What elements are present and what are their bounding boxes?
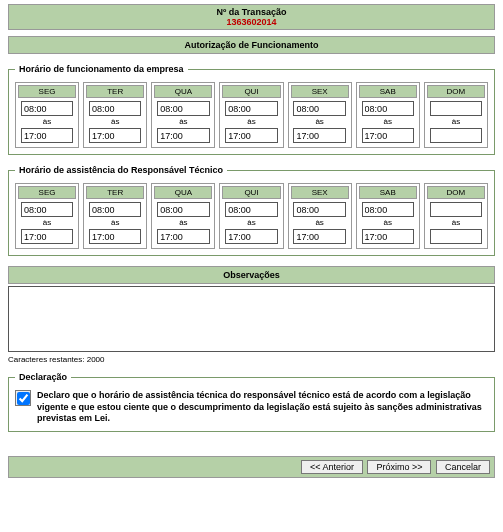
separator-label: às [18,217,76,229]
tech-qua-start[interactable] [157,202,209,217]
company-dom-end[interactable] [430,128,482,143]
declaration-legend: Declaração [15,372,71,382]
tech-sex-end[interactable] [293,229,345,244]
company-seg-start[interactable] [21,101,73,116]
day-head: TER [86,186,144,199]
section-title: Autorização de Funcionamento [8,36,495,54]
company-sab-end[interactable] [362,128,414,143]
separator-label: às [359,217,417,229]
observations-title: Observações [8,266,495,284]
declaration-text: Declaro que o horário de assistência téc… [37,390,488,425]
observations-textarea[interactable] [8,286,495,352]
company-ter-start[interactable] [89,101,141,116]
day-cell-ter: TER às [83,82,147,148]
button-bar: << Anterior Próximo >> Cancelar [8,456,495,478]
day-head: SEG [18,85,76,98]
company-dom-start[interactable] [430,101,482,116]
company-qui-start[interactable] [225,101,277,116]
day-cell-sab: SAB às [356,82,420,148]
company-qua-end[interactable] [157,128,209,143]
day-cell-qua: QUA às [151,82,215,148]
separator-label: às [291,116,349,128]
separator-label: às [18,116,76,128]
day-cell-qui: QUI às [219,183,283,249]
cancel-button[interactable]: Cancelar [436,460,490,474]
day-cell-dom: DOM às [424,82,488,148]
separator-label: às [222,217,280,229]
tech-qua-end[interactable] [157,229,209,244]
tech-dom-start[interactable] [430,202,482,217]
day-cell-qui: QUI às [219,82,283,148]
day-head: SEX [291,85,349,98]
separator-label: às [359,116,417,128]
tech-sex-start[interactable] [293,202,345,217]
separator-label: às [427,116,485,128]
declaration-fieldset: Declaração Declaro que o horário de assi… [8,372,495,432]
day-head: SAB [359,85,417,98]
declaration-checkbox[interactable] [17,392,30,405]
day-cell-seg: SEG às [15,82,79,148]
tech-seg-end[interactable] [21,229,73,244]
company-schedule-fieldset: Horário de funcionamento da empresa SEG … [8,64,495,155]
char-counter: Caracteres restantes: 2000 [8,355,495,364]
day-head: SEG [18,186,76,199]
day-head: QUI [222,186,280,199]
separator-label: às [427,217,485,229]
tech-schedule-legend: Horário de assistência do Responsável Té… [15,165,227,175]
day-head: DOM [427,85,485,98]
company-ter-end[interactable] [89,128,141,143]
day-head: QUI [222,85,280,98]
tech-schedule-row: SEG às TER às QUA às QUI às [15,183,488,249]
day-head: TER [86,85,144,98]
transaction-header: Nº da Transação 1363602014 [8,4,495,30]
day-head: QUA [154,186,212,199]
separator-label: às [222,116,280,128]
day-head: DOM [427,186,485,199]
tech-sab-start[interactable] [362,202,414,217]
separator-label: às [86,217,144,229]
day-cell-ter: TER às [83,183,147,249]
separator-label: às [291,217,349,229]
tech-ter-start[interactable] [89,202,141,217]
separator-label: às [154,116,212,128]
transaction-number: 1363602014 [9,17,494,27]
transaction-title: Nº da Transação [9,7,494,17]
tech-schedule-fieldset: Horário de assistência do Responsável Té… [8,165,495,256]
company-qui-end[interactable] [225,128,277,143]
company-schedule-row: SEG às TER às QUA às QUI às [15,82,488,148]
tech-sab-end[interactable] [362,229,414,244]
tech-dom-end[interactable] [430,229,482,244]
separator-label: às [86,116,144,128]
tech-seg-start[interactable] [21,202,73,217]
tech-qui-start[interactable] [225,202,277,217]
day-head: QUA [154,85,212,98]
day-cell-sex: SEX às [288,183,352,249]
prev-button[interactable]: << Anterior [301,460,363,474]
tech-qui-end[interactable] [225,229,277,244]
company-qua-start[interactable] [157,101,209,116]
declaration-checkbox-wrap [15,390,31,406]
company-schedule-legend: Horário de funcionamento da empresa [15,64,188,74]
company-sab-start[interactable] [362,101,414,116]
company-seg-end[interactable] [21,128,73,143]
separator-label: às [154,217,212,229]
day-cell-sab: SAB às [356,183,420,249]
company-sex-end[interactable] [293,128,345,143]
day-head: SEX [291,186,349,199]
company-sex-start[interactable] [293,101,345,116]
day-cell-seg: SEG às [15,183,79,249]
next-button[interactable]: Próximo >> [367,460,431,474]
day-head: SAB [359,186,417,199]
tech-ter-end[interactable] [89,229,141,244]
day-cell-sex: SEX às [288,82,352,148]
day-cell-dom: DOM às [424,183,488,249]
day-cell-qua: QUA às [151,183,215,249]
